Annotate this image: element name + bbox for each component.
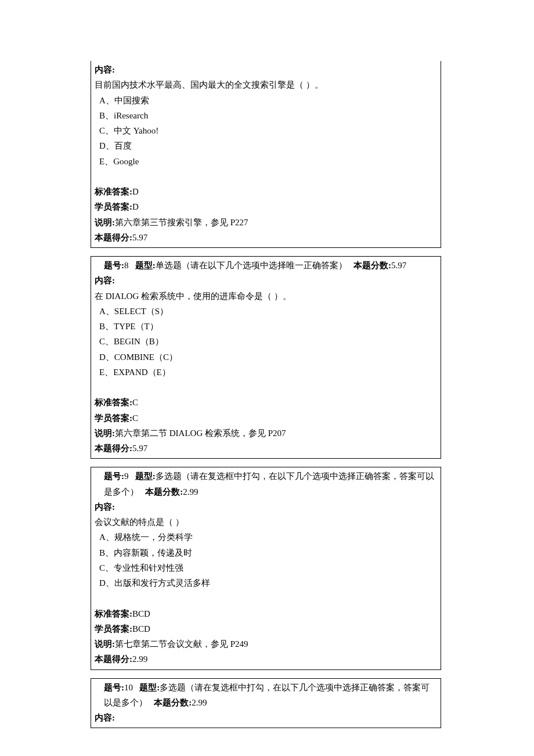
qscore-label: 本题分数: [145,487,183,496]
option-b: B、TYPE（T） [95,319,437,334]
std-answer-label: 标准答案: [95,398,132,407]
explain-label: 说明: [95,429,115,438]
stu-answer-label: 学员答案: [95,624,132,633]
separator [91,670,441,678]
std-answer-label: 标准答案: [95,609,132,618]
option-c: C、BEGIN（B） [95,334,437,349]
separator [91,248,441,256]
option-a: A、中国搜索 [95,93,437,108]
question-prompt: 会议文献的特点是（ ） [95,514,437,530]
std-answer-value: C [132,398,138,407]
option-a: A、SELECT（S） [95,304,437,319]
stu-answer-value: D [132,202,139,211]
stu-answer-label: 学员答案: [95,413,132,423]
option-d: D、出版和发行方式灵活多样 [95,575,437,591]
qscore-value: 2.99 [192,698,207,707]
question-10: 题号:10 题型:多选题（请在复选框中打勾，在以下几个选项中选择正确答案，答案可… [91,678,441,729]
std-answer-label: 标准答案: [95,187,132,196]
explain-value: 第六章第三节搜索引擎，参见 P227 [115,218,248,227]
question-header: 题号:8 题型:单选题（请在以下几个选项中选择唯一正确答案） 本题分数:5.97 [95,258,437,273]
option-c: C、专业性和针对性强 [95,560,437,575]
qscore-value: 2.99 [183,487,198,496]
score-label: 本题得分: [95,444,132,453]
qnum-label: 题号: [104,471,124,481]
qscore-label: 本题分数: [154,698,192,707]
option-e: E、Google [95,154,437,169]
explain-label: 说明: [95,218,115,227]
stu-answer-label: 学员答案: [95,202,132,211]
content-label: 内容: [95,276,115,285]
option-c: C、中文 Yahoo! [95,123,437,138]
qnum-label: 题号: [104,683,124,692]
question-9: 题号:9 题型:多选题（请在复选框中打勾，在以下几个选项中选择正确答案，答案可以… [91,467,441,669]
explain-value: 第六章第二节 DIALOG 检索系统，参见 P207 [115,429,286,438]
score-value: 5.97 [132,233,147,242]
explain-label: 说明: [95,639,115,649]
question-header: 题号:9 题型:多选题（请在复选框中打勾，在以下几个选项中选择正确答案，答案可以… [95,469,437,499]
qnum-value: 10 [124,683,133,692]
explain-value: 第七章第二节会议文献，参见 P249 [115,639,248,649]
option-b: B、内容新颖，传递及时 [95,545,437,560]
score-label: 本题得分: [95,233,132,242]
option-a: A、规格统一，分类科学 [95,530,437,545]
score-value: 2.99 [132,654,147,664]
content-label: 内容: [95,502,115,512]
qnum-label: 题号: [104,261,124,270]
separator [91,459,441,467]
qtype-label: 题型: [135,471,156,481]
qtype-value: 单选题（请在以下几个选项中选择唯一正确答案） [156,261,347,270]
option-d: D、百度 [95,138,437,153]
qnum-value: 9 [124,471,129,481]
content-label: 内容: [95,65,115,74]
qtype-label: 题型: [139,683,160,692]
question-header: 题号:10 题型:多选题（请在复选框中打勾，在以下几个选项中选择正确答案，答案可… [95,680,437,711]
option-e: E、EXPAND（E） [95,365,437,380]
question-prompt: 目前国内技术水平最高、国内最大的全文搜索引擎是（ ）。 [95,77,437,92]
exam-page: 内容: 目前国内技术水平最高、国内最大的全文搜索引擎是（ ）。 A、中国搜索 B… [0,0,534,756]
stu-answer-value: BCD [132,624,150,633]
option-d: D、COMBINE（C） [95,350,437,365]
question-8: 题号:8 题型:单选题（请在以下几个选项中选择唯一正确答案） 本题分数:5.97… [91,256,441,459]
std-answer-value: D [132,187,139,196]
option-b: B、iResearch [95,108,437,123]
question-7: 内容: 目前国内技术水平最高、国内最大的全文搜索引擎是（ ）。 A、中国搜索 B… [91,61,441,248]
score-label: 本题得分: [95,654,132,664]
qnum-value: 8 [124,261,129,270]
std-answer-value: BCD [132,609,150,618]
qscore-value: 5.97 [391,261,406,270]
qtype-label: 题型: [135,261,156,270]
content-label: 内容: [95,713,115,722]
question-prompt: 在 DIALOG 检索系统中，使用的进库命令是（ ）。 [95,289,437,304]
score-value: 5.97 [132,444,147,453]
qscore-label: 本题分数: [353,261,391,270]
stu-answer-value: C [132,413,138,423]
